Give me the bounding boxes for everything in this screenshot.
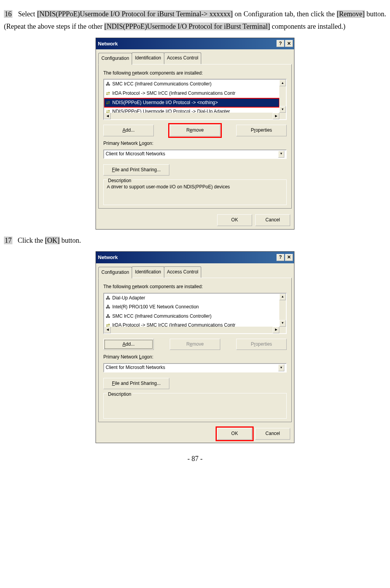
button-row: Add... Remove Properties <box>103 339 287 350</box>
step-number-16: 16 <box>4 10 12 18</box>
help-button[interactable]: ? <box>277 40 284 47</box>
close-button[interactable]: ✕ <box>285 254 293 261</box>
list-item[interactable]: SMC IrCC (Infrared Communications Contro… <box>104 312 279 321</box>
scroll-right-icon[interactable]: ▶ <box>273 113 279 119</box>
dialog-title: Network <box>98 39 118 48</box>
list-item[interactable]: Dial-Up Adapter <box>104 294 279 303</box>
list-item[interactable]: Intel(R) PRO/100 VE Network Connection <box>104 303 279 312</box>
highlight-ndis-xxxxxx: [NDIS(PPPoE)Usermode I/O Protocol for iB… <box>37 10 233 18</box>
ok-button[interactable]: OK <box>217 214 252 226</box>
description-legend: Description <box>107 177 132 185</box>
highlight-remove: [Remove] <box>337 10 365 18</box>
dialog-footer: OK Cancel <box>96 425 294 443</box>
scroll-right-icon[interactable]: ▶ <box>273 327 279 333</box>
titlebar-buttons: ? ✕ <box>277 40 293 47</box>
combo-arrow-icon[interactable]: ▼ <box>278 364 284 371</box>
remove-button[interactable]: Remove <box>170 125 220 136</box>
list-item-label: SMC IrCC (Infrared Communications Contro… <box>112 312 211 321</box>
tab-row: Configuration Identification Access Cont… <box>96 263 294 278</box>
file-print-sharing-button[interactable]: File and Print Sharing... <box>103 164 169 176</box>
add-button[interactable]: Add... <box>103 125 154 136</box>
titlebar: Network ? ✕ <box>96 252 294 263</box>
step-16-text: 16 Select [NDIS(PPPoE)Usermode I/O Proto… <box>4 8 386 33</box>
list-item[interactable]: NDIS(PPPoE) Usermode I/O Protocol -> <no… <box>104 98 279 108</box>
help-button[interactable]: ? <box>277 254 284 261</box>
tab-access-control[interactable]: Access Control <box>164 52 202 64</box>
description-text <box>107 397 283 415</box>
fps-row: File and Print Sharing... <box>103 164 287 176</box>
tab-identification[interactable]: Identification <box>132 52 164 64</box>
scroll-left-icon[interactable]: ◀ <box>104 113 111 119</box>
highlight-ndis-terminal: [NDIS(PPPoE)Usermode I/O Protocol for iB… <box>104 23 270 30</box>
network-dialog-2: Network ? ✕ Configuration Identification… <box>96 251 294 443</box>
scrollbar-vertical[interactable]: ▲ ▼ <box>279 294 286 327</box>
scrollbar-horizontal[interactable]: ◀ ▶ <box>104 327 279 333</box>
logon-combo[interactable]: Client for Microsoft Networks ▼ <box>103 150 287 159</box>
tab-panel: The following network components are ins… <box>98 64 292 209</box>
adapter-icon <box>105 295 111 301</box>
titlebar-buttons: ? ✕ <box>277 254 293 261</box>
dialog-footer: OK Cancel <box>96 211 294 229</box>
tab-configuration[interactable]: Configuration <box>98 267 132 279</box>
list-item-label: IrDA Protocol -> SMC IrCC (Infrared Comm… <box>112 89 235 98</box>
scroll-down-icon[interactable]: ▼ <box>279 106 286 113</box>
scroll-up-icon[interactable]: ▲ <box>279 294 286 300</box>
add-button[interactable]: Add... <box>103 339 154 350</box>
scroll-left-icon[interactable]: ◀ <box>104 327 111 333</box>
list-item-label: NDIS(PPPoE) Usermode I/O Protocol -> <no… <box>112 99 218 107</box>
logon-label: Primary Network Logon: <box>103 353 287 362</box>
scroll-up-icon[interactable]: ▲ <box>279 80 286 86</box>
network-dialog-1: Network ? ✕ Configuration Identification… <box>96 38 294 230</box>
list-item-label: Dial-Up Adapter <box>112 294 145 303</box>
tab-access-control[interactable]: Access Control <box>164 266 202 278</box>
logon-label: Primary Network Logon: <box>103 139 287 148</box>
tab-configuration[interactable]: Configuration <box>98 53 132 65</box>
tab-panel: The following network components are ins… <box>98 278 292 422</box>
ok-button[interactable]: OK <box>217 428 252 440</box>
properties-button[interactable]: Properties <box>236 125 287 136</box>
protocol-icon <box>105 322 111 326</box>
fps-row: File and Print Sharing... <box>103 378 287 390</box>
description-legend: Description <box>107 390 132 399</box>
list-item[interactable]: IrDA Protocol -> SMC IrCC (Infrared Comm… <box>104 321 279 326</box>
adapter-icon <box>105 304 111 310</box>
scrollbar-horizontal[interactable]: ◀ ▶ <box>104 113 279 119</box>
cancel-button[interactable]: Cancel <box>255 214 290 226</box>
list-item-label: SMC IrCC (Infrared Communications Contro… <box>112 80 211 89</box>
combo-arrow-icon[interactable]: ▼ <box>278 151 284 158</box>
description-text: A driver to support user-mode I/O on NDI… <box>107 183 283 202</box>
close-button[interactable]: ✕ <box>285 40 293 47</box>
installed-label: The following network components are ins… <box>103 283 287 291</box>
list-item[interactable]: NDIS(PPPoE) Usermode I/O Protocol -> Dia… <box>104 107 279 113</box>
file-print-sharing-button[interactable]: File and Print Sharing... <box>103 378 169 390</box>
tab-identification[interactable]: Identification <box>132 266 164 278</box>
remove-button[interactable]: Remove <box>170 339 220 350</box>
step-17-text: 17 Click the [OK] button. <box>4 234 386 247</box>
component-listbox[interactable]: Dial-Up AdapterIntel(R) PRO/100 VE Netwo… <box>103 293 287 334</box>
button-row: Add... Remove Properties <box>103 125 287 136</box>
logon-combo[interactable]: Client for Microsoft Networks ▼ <box>103 363 287 372</box>
description-fieldset: Description A driver to support user-mod… <box>103 179 287 205</box>
list-item[interactable]: SMC IrCC (Infrared Communications Contro… <box>104 80 279 89</box>
scrollbar-vertical[interactable]: ▲ ▼ <box>279 80 286 113</box>
page-number: - 87 - <box>4 452 386 465</box>
tab-row: Configuration Identification Access Cont… <box>96 49 294 64</box>
list-item-label: Intel(R) PRO/100 VE Network Connection <box>112 303 199 311</box>
list-item-label: IrDA Protocol -> SMC IrCC (Infrared Comm… <box>112 321 235 326</box>
highlight-ok: [OK] <box>45 237 60 244</box>
logon-value: Client for Microsoft Networks <box>106 150 165 158</box>
scroll-down-icon[interactable]: ▼ <box>279 320 286 327</box>
description-fieldset: Description <box>103 393 287 419</box>
installed-label: The following network components are ins… <box>103 69 287 78</box>
list-item[interactable]: IrDA Protocol -> SMC IrCC (Infrared Comm… <box>104 89 279 98</box>
protocol-icon <box>105 109 111 113</box>
cancel-button[interactable]: Cancel <box>255 428 290 440</box>
titlebar: Network ? ✕ <box>96 38 294 49</box>
list-item-label: NDIS(PPPoE) Usermode I/O Protocol -> Dia… <box>112 108 230 113</box>
component-listbox[interactable]: SMC IrCC (Infrared Communications Contro… <box>103 79 287 120</box>
properties-button[interactable]: Properties <box>236 339 287 350</box>
dialog-title: Network <box>98 253 118 262</box>
logon-value: Client for Microsoft Networks <box>106 364 165 372</box>
adapter-icon <box>105 81 111 87</box>
step-number-17: 17 <box>4 237 12 244</box>
